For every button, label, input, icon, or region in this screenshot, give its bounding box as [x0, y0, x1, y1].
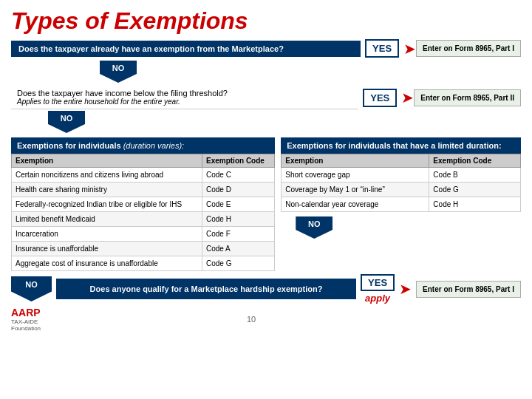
right-col2-header: Exemption Code — [429, 154, 521, 168]
right-code-cell: Code G — [429, 183, 521, 197]
bottom-yes-badge: YES — [361, 274, 395, 291]
right-code-cell: Code B — [429, 168, 521, 183]
left-table-row: IncarcerationCode F — [12, 227, 275, 242]
left-code-cell: Code E — [202, 197, 274, 212]
right-code-cell: Code H — [429, 197, 521, 212]
page-number: 10 — [41, 315, 462, 324]
right-table-row: Coverage by May 1 or “in-line”Code G — [282, 183, 521, 197]
second-yes-badge: YES — [363, 89, 397, 107]
no-arrow-3: NO — [296, 216, 332, 239]
right-exemption-cell: Coverage by May 1 or “in-line” — [282, 183, 429, 197]
top-arrow-icon: ➤ — [403, 40, 416, 58]
no-arrow-2: NO — [48, 111, 85, 133]
no-arrow-bottom: NO — [11, 276, 52, 301]
no-arrow-1: NO — [100, 61, 137, 83]
left-exemption-cell: Insurance is unaffordable — [12, 242, 202, 256]
left-exemption-table: Exemption Exemption Code Certain nonciti… — [11, 154, 275, 271]
right-exemption-cell: Short coverage gap — [282, 168, 429, 183]
left-exemption-cell: Certain noncitizens and citizens living … — [12, 168, 202, 183]
right-section: Exemptions for individuals that have a l… — [281, 137, 521, 271]
right-exemption-cell: Non-calendar year coverage — [282, 197, 429, 212]
right-table-row: Short coverage gapCode B — [282, 168, 521, 183]
right-col1-header: Exemption — [282, 154, 429, 168]
left-exemption-cell: Aggregate cost of insurance is unafforda… — [12, 256, 202, 271]
left-table-row: Aggregate cost of insurance is unafforda… — [12, 256, 275, 271]
left-section-header: Exemptions for individuals (duration var… — [11, 137, 275, 154]
right-section-header: Exemptions for individuals that have a l… — [281, 137, 521, 154]
right-exemption-table: Exemption Exemption Code Short coverage … — [281, 154, 521, 212]
second-arrow-icon: ➤ — [401, 89, 414, 106]
bottom-form-box: Enter on Form 8965, Part I — [416, 281, 521, 298]
left-code-cell: Code A — [202, 242, 274, 256]
aarp-logo-group: AARP TAX-AIDEFoundation — [11, 307, 41, 332]
top-form-box: Enter on Form 8965, Part I — [416, 40, 521, 57]
left-table-row: Limited benefit MedicaidCode H — [12, 212, 275, 227]
left-code-cell: Code H — [202, 212, 274, 227]
left-col2-header: Exemption Code — [202, 154, 274, 168]
top-yes-badge: YES — [365, 39, 399, 58]
left-code-cell: Code F — [202, 227, 274, 242]
yes-apply-group: YES apply — [361, 274, 395, 304]
page-title: Types of Exemptions — [11, 7, 521, 35]
aarp-logo: AARP — [11, 307, 41, 318]
left-section: Exemptions for individuals (duration var… — [11, 137, 275, 271]
left-table-row: Certain noncitizens and citizens living … — [12, 168, 275, 183]
left-table-row: Insurance is unaffordableCode A — [12, 242, 275, 256]
left-exemption-cell: Federally-recognized Indian tribe or eli… — [12, 197, 202, 212]
left-code-cell: Code D — [202, 183, 274, 197]
second-form-box: Enter on Form 8965, Part II — [414, 89, 521, 106]
apply-label: apply — [365, 293, 390, 304]
bottom-arrow-icon: ➤ — [399, 280, 412, 298]
left-exemption-cell: Health care sharing ministry — [12, 183, 202, 197]
left-code-cell: Code C — [202, 168, 274, 183]
second-question: Does the taxpayer have income below the … — [11, 86, 358, 109]
left-code-cell: Code G — [202, 256, 274, 271]
tax-aide-label: TAX-AIDEFoundation — [11, 318, 41, 332]
left-table-row: Health care sharing ministryCode D — [12, 183, 275, 197]
top-question: Does the taxpayer already have an exempt… — [11, 41, 361, 57]
bottom-question: Does anyone qualify for a Marketplace ha… — [56, 279, 356, 299]
left-table-row: Federally-recognized Indian tribe or eli… — [12, 197, 275, 212]
right-table-row: Non-calendar year coverageCode H — [282, 197, 521, 212]
left-col1-header: Exemption — [12, 154, 202, 168]
left-exemption-cell: Incarceration — [12, 227, 202, 242]
left-exemption-cell: Limited benefit Medicaid — [12, 212, 202, 227]
